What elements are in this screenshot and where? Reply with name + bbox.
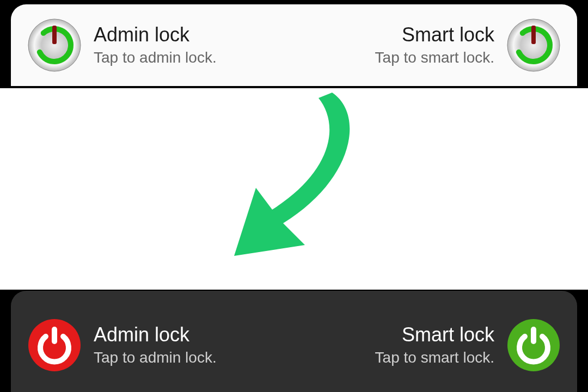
- smart-lock-title: Smart lock: [375, 324, 494, 346]
- smart-lock-subtitle: Tap to smart lock.: [375, 49, 494, 66]
- admin-lock-title: Admin lock: [94, 24, 217, 46]
- smart-lock-button-after[interactable]: Smart lock Tap to smart lock.: [375, 318, 561, 372]
- power-icon: [506, 18, 561, 72]
- admin-lock-button-after[interactable]: Admin lock Tap to admin lock.: [27, 318, 217, 372]
- svg-rect-3: [531, 26, 536, 44]
- lock-panel-after: Admin lock Tap to admin lock. Smart lock…: [11, 291, 577, 392]
- svg-rect-7: [531, 327, 536, 344]
- admin-lock-button-before[interactable]: Admin lock Tap to admin lock.: [27, 18, 217, 72]
- background-white: [0, 88, 588, 290]
- smart-lock-button-before[interactable]: Smart lock Tap to smart lock.: [375, 18, 561, 72]
- lock-panel-before: Admin lock Tap to admin lock. Smart lock…: [11, 4, 577, 86]
- admin-lock-title: Admin lock: [94, 324, 217, 346]
- smart-lock-subtitle: Tap to smart lock.: [375, 349, 494, 366]
- smart-lock-title: Smart lock: [375, 24, 494, 46]
- svg-rect-1: [52, 26, 57, 44]
- admin-lock-subtitle: Tap to admin lock.: [94, 49, 217, 66]
- admin-lock-subtitle: Tap to admin lock.: [94, 349, 217, 366]
- svg-rect-5: [52, 327, 57, 344]
- power-off-icon: [27, 318, 82, 372]
- power-on-icon: [506, 318, 561, 372]
- power-icon: [27, 18, 82, 72]
